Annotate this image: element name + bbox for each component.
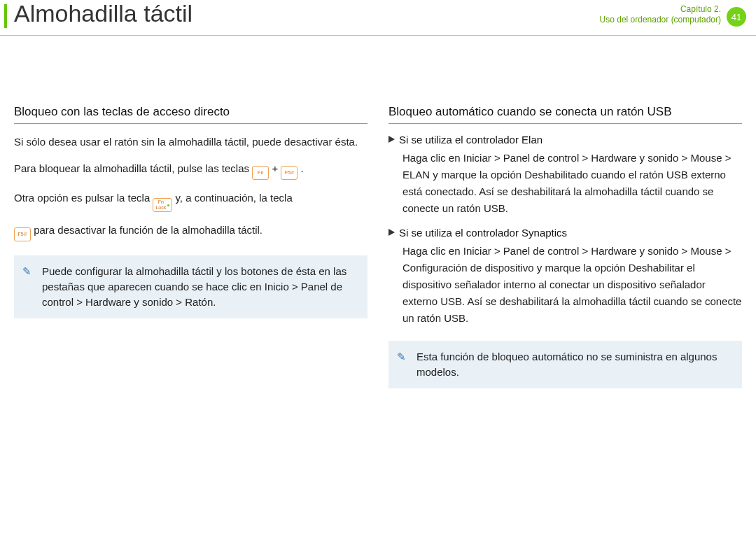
left-paragraph-1: Si sólo desea usar el ratón sin la almoh… xyxy=(14,134,368,150)
header-divider xyxy=(0,35,756,36)
right-paragraph-1: Haga clic en Iniciar > Panel de control … xyxy=(388,150,742,217)
page-header: Almohadilla táctil Capítulo 2. Uso del o… xyxy=(0,0,756,36)
plus-sign: + xyxy=(272,162,281,174)
right-column: Bloqueo automático cuando se conecta un … xyxy=(388,105,742,388)
chapter-line-1: Capítulo 2. xyxy=(600,4,721,15)
left-column: Bloqueo con las teclas de acceso directo… xyxy=(14,105,368,388)
right-section-title: Bloqueo automático cuando se conecta un … xyxy=(388,105,742,124)
left-p4-text-b: para desactivar la función de la almohad… xyxy=(34,224,262,236)
left-note-text: Puede configurar la almohadilla táctil y… xyxy=(42,265,346,308)
page-root: Almohadilla táctil Capítulo 2. Uso del o… xyxy=(0,0,756,536)
key-f5-label-2: F5 xyxy=(18,232,23,237)
arrow-icon xyxy=(388,136,395,143)
left-paragraph-4: F5⎚ para desactivar la función de la alm… xyxy=(14,222,368,241)
key-fn-lock-icon: Fn Lock xyxy=(153,198,172,212)
key-f5-icon: F5⎚ xyxy=(281,166,298,180)
content-columns: Bloqueo con las teclas de acceso directo… xyxy=(14,105,742,388)
right-subheading-synaptics: Si se utiliza el controlador Synaptics xyxy=(388,227,742,239)
chapter-line-2: Uso del ordenador (computador) xyxy=(600,15,721,25)
left-paragraph-3: Otra opción es pulsar la tecla Fn Lock y… xyxy=(14,190,368,212)
key-fn-lock-label: Fn Lock xyxy=(155,199,166,211)
left-section-title: Bloqueo con las teclas de acceso directo xyxy=(14,105,368,124)
right-sub2-text: Si se utiliza el controlador Synaptics xyxy=(399,227,567,239)
left-note-box: ✎ Puede configurar la almohadilla táctil… xyxy=(14,255,368,318)
right-paragraph-2: Haga clic en Iniciar > Panel de control … xyxy=(388,243,742,327)
title-accent-bar xyxy=(4,4,7,28)
left-paragraph-2: Para bloquear la almohadilla táctil, pul… xyxy=(14,160,368,180)
key-f5-icon-2: F5⎚ xyxy=(14,227,31,241)
arrow-icon xyxy=(388,229,395,236)
key-f5-label: F5 xyxy=(285,170,290,176)
left-p3-text-b: y, a continuación, la tecla xyxy=(175,192,292,204)
right-sub1-text: Si se utiliza el controlador Elan xyxy=(399,134,542,146)
note-icon: ✎ xyxy=(397,349,408,360)
left-p2-text-a: Para bloquear la almohadilla táctil, pul… xyxy=(14,162,252,174)
left-p3-text-a: Otra opción es pulsar la tecla xyxy=(14,192,153,204)
page-number: 41 xyxy=(732,12,741,22)
note-icon: ✎ xyxy=(22,264,34,275)
page-number-badge: 41 xyxy=(727,7,746,27)
right-note-text: Esta función de bloqueo automático no se… xyxy=(416,351,717,378)
chapter-info: Capítulo 2. Uso del ordenador (computado… xyxy=(600,4,721,25)
left-p2-text-b: . xyxy=(300,162,303,174)
page-title: Almohadilla táctil xyxy=(14,0,192,27)
right-note-box: ✎ Esta función de bloqueo automático no … xyxy=(388,341,742,388)
key-fn-icon: Fn xyxy=(252,166,269,180)
right-subheading-elan: Si se utiliza el controlador Elan xyxy=(388,134,742,146)
